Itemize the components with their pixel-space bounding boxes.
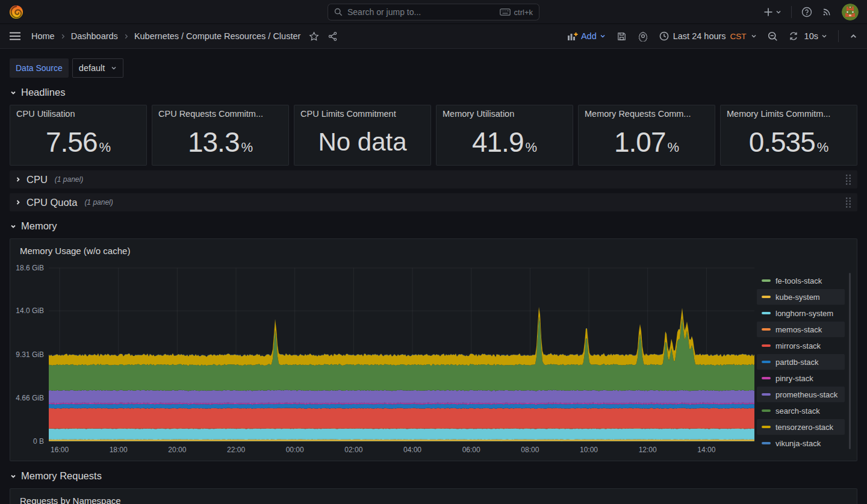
stat-value: 0.535% (721, 119, 857, 165)
section-cpu-collapsed[interactable]: CPU (1 panel) (10, 170, 857, 188)
memory-usage-panel: Memory Usage (w/o cache) 16:0018:0020:00… (10, 238, 857, 461)
panel-title[interactable]: Memory Usage (w/o cache) (15, 243, 852, 261)
share-button[interactable] (328, 31, 338, 42)
legend-item-longhorn-system[interactable]: longhorn-system (757, 305, 845, 321)
refresh-button[interactable] (789, 31, 798, 41)
legend-item-tensorzero-stack[interactable]: tensorzero-stack (757, 419, 845, 435)
legend-item-kube-system[interactable]: kube-system (757, 289, 845, 305)
grafana-logo-icon[interactable] (8, 4, 24, 20)
datasource-variable-label[interactable]: Data Source (10, 58, 69, 78)
legend-series-label: vikunja-stack (775, 439, 821, 448)
svg-text:22:00: 22:00 (227, 446, 245, 454)
time-range-picker[interactable]: Last 24 hours CST (659, 31, 757, 41)
legend-item-prometheus-stack[interactable]: prometheus-stack (757, 387, 845, 402)
svg-text:14:00: 14:00 (697, 446, 715, 454)
add-panel-button[interactable]: Add (567, 31, 606, 41)
save-dashboard-button[interactable] (617, 31, 627, 42)
stat-panel[interactable]: Memory Limits Commitm...0.535% (720, 105, 857, 166)
drag-handle-icon[interactable] (845, 197, 851, 208)
svg-text:04:00: 04:00 (403, 446, 421, 454)
rss-icon (822, 7, 832, 17)
legend-item-memos-stack[interactable]: memos-stack (757, 322, 845, 337)
stat-panel[interactable]: Memory Requests Comm...1.07% (578, 105, 715, 166)
legend-scrollbar[interactable] (849, 273, 851, 449)
section-memory-requests[interactable]: Memory Requests (10, 470, 857, 482)
legend-series-label: mirrors-stack (775, 341, 821, 350)
stat-panel[interactable]: Memory Utilisation41.9% (436, 105, 573, 166)
news-button[interactable] (822, 7, 832, 17)
stat-panel-title: CPU Utilisation (16, 109, 140, 119)
breadcrumb-link[interactable]: Dashboards (71, 31, 118, 41)
svg-text:14.0 GiB: 14.0 GiB (16, 306, 44, 315)
legend-series-color (762, 377, 771, 379)
stacked-area-chart[interactable]: 16:0018:0020:0022:0000:0002:0004:0006:00… (15, 261, 757, 455)
drag-handle-icon[interactable] (845, 174, 851, 185)
breadcrumb: HomeDashboardsKubernetes / Compute Resou… (31, 31, 300, 41)
stat-panel-title: Memory Limits Commitm... (727, 109, 851, 119)
legend-item-mirrors-stack[interactable]: mirrors-stack (757, 338, 845, 353)
favorite-star-button[interactable] (309, 31, 319, 42)
toolbar-divider (838, 30, 839, 42)
topbar-actions (763, 4, 859, 20)
svg-text:00:00: 00:00 (286, 446, 304, 454)
chevron-down-icon (10, 223, 17, 230)
svg-text:08:00: 08:00 (521, 446, 539, 454)
section-memory[interactable]: Memory (10, 220, 857, 232)
legend-series-color (762, 279, 771, 282)
help-icon (801, 7, 812, 17)
stat-panel-title: Memory Utilisation (443, 109, 567, 119)
chevron-up-icon (850, 33, 857, 40)
legend-item-vikunja-stack[interactable]: vikunja-stack (757, 435, 845, 451)
search-input[interactable]: Search or jump to... ctrl+k (328, 4, 539, 20)
svg-text:0 B: 0 B (33, 437, 44, 446)
stat-value: 41.9% (437, 119, 573, 165)
legend-series-label: kube-system (775, 293, 820, 302)
panel-title[interactable]: Requests by Namespace (15, 493, 852, 504)
zoom-out-time-button[interactable] (768, 31, 778, 42)
series-area-tensorzero-stack (49, 307, 754, 366)
section-cpu-quota-collapsed[interactable]: CPU Quota (1 panel) (10, 193, 857, 211)
legend-item-pinry-stack[interactable]: pinry-stack (757, 370, 845, 386)
legend-series-label: tensorzero-stack (775, 423, 833, 432)
dashboard-title-actions (309, 31, 338, 42)
legend-item-search-stack[interactable]: search-stack (757, 403, 845, 418)
time-range-label: Last 24 hours (673, 31, 726, 41)
template-variables-row: Data Source default (10, 58, 857, 78)
help-button[interactable] (801, 7, 812, 17)
dashboard-settings-button[interactable] (638, 31, 648, 42)
datasource-variable-select[interactable]: default (72, 58, 124, 78)
svg-text:06:00: 06:00 (462, 446, 480, 454)
stat-panel[interactable]: CPU Requests Commitm...13.3% (152, 105, 289, 166)
legend-series-color (762, 361, 771, 363)
new-menu-button[interactable] (763, 7, 782, 17)
series-area-mirrors-stack (49, 408, 754, 429)
legend-series-color (762, 409, 771, 412)
legend-item-fe-tools-stack[interactable]: fe-tools-stack (757, 273, 845, 288)
series-area-prometheus-stack (49, 390, 754, 403)
chevron-right-icon (123, 34, 129, 39)
menu-toggle-button[interactable] (7, 30, 23, 43)
series-area-vikunja-stack (49, 307, 754, 357)
chevron-down-icon (111, 65, 117, 71)
chevron-down-icon (10, 89, 17, 96)
legend-series-color (762, 393, 771, 396)
series-area-search-stack (49, 316, 754, 391)
legend-series-label: pinry-stack (775, 374, 813, 383)
stat-panel[interactable]: CPU Limits CommitmentNo data (294, 105, 431, 166)
user-avatar[interactable] (842, 4, 859, 20)
stat-value: No data (294, 119, 430, 165)
legend-item-partdb-stack[interactable]: partdb-stack (757, 354, 845, 370)
stat-panel[interactable]: CPU Utilisation7.56% (10, 105, 147, 166)
add-panel-icon (567, 32, 578, 41)
chevron-right-icon (14, 199, 22, 206)
svg-text:18.6 GiB: 18.6 GiB (16, 264, 44, 272)
breadcrumb-link[interactable]: Kubernetes / Compute Resources / Cluster (134, 31, 300, 41)
legend-series-label: longhorn-system (775, 309, 833, 318)
kiosk-mode-button[interactable] (850, 33, 857, 40)
breadcrumb-link[interactable]: Home (31, 31, 55, 41)
dashboard-content: Data Source default Headlines CPU Utilis… (0, 49, 867, 504)
headline-stats-row: CPU Utilisation7.56%CPU Requests Commitm… (10, 105, 857, 166)
refresh-interval-picker[interactable]: 10s (804, 31, 827, 41)
plus-icon (763, 7, 773, 17)
section-headlines[interactable]: Headlines (10, 87, 857, 98)
